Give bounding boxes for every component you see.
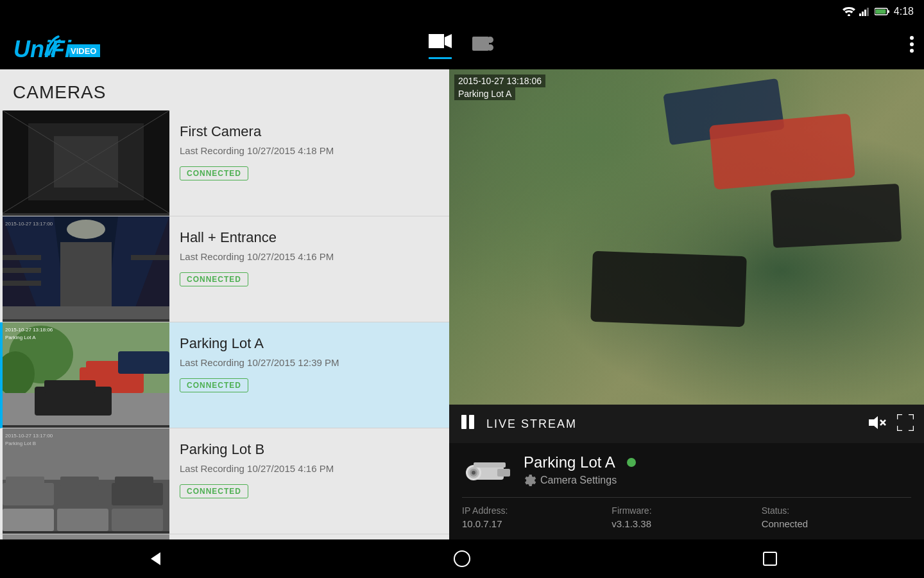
svg-rect-1: [859, 13, 861, 16]
camera-recording-first: Last Recording 10/27/2015 4:18 PM: [180, 145, 439, 156]
svg-rect-52: [112, 483, 163, 505]
online-indicator: [627, 458, 636, 467]
svg-text:2015-10-27 13:18:06: 2015-10-27 13:18:06: [5, 327, 53, 333]
svg-rect-43: [118, 351, 169, 374]
app-logo: UniFi VIDEO: [10, 30, 100, 62]
stat-status: Status: Connected: [762, 505, 911, 529]
recents-button[interactable]: [751, 539, 789, 578]
camera-info-parking-a: Parking Lot A Last Recording 10/27/2015 …: [169, 322, 449, 428]
svg-rect-6: [887, 10, 889, 13]
camera-recording-parking-b: Last Recording 10/27/2015 4:16 PM: [180, 463, 439, 474]
svg-rect-13: [472, 37, 489, 51]
video-camera-label: Parking Lot A: [454, 87, 515, 100]
svg-text:Parking Lot B: Parking Lot B: [5, 441, 36, 446]
back-icon: [144, 549, 164, 568]
connected-badge-hall: CONNECTED: [180, 272, 248, 286]
mute-icon: [869, 415, 887, 430]
camera-item-parking-a[interactable]: 2015-10-27 13:18:06 Parking Lot A Parkin…: [0, 322, 449, 428]
camera-detail-info: Parking Lot A Camera Settings: [524, 453, 636, 487]
svg-point-14: [487, 37, 493, 43]
car-black-2: [590, 251, 747, 327]
signal-icon: [859, 7, 871, 16]
svg-text:VIDEO: VIDEO: [71, 46, 96, 56]
svg-marker-66: [869, 416, 878, 429]
camera-recording-hall: Last Recording 10/27/2015 4:16 PM: [180, 251, 439, 262]
camera-item-hall[interactable]: 2015-10-27 13:17:00 Hall + Entrance Last…: [0, 216, 449, 322]
camera-item-savage[interactable]: 2015-10-27 13:17:00 Savage Land Savage L…: [0, 534, 449, 539]
back-button[interactable]: [135, 539, 173, 578]
firmware-label: Firmware:: [612, 505, 761, 516]
thumb-svg-parking-b: 2015-10-27 13:17:00 Parking Lot B: [3, 428, 169, 531]
firmware-value: v3.1.3.38: [612, 518, 761, 529]
fullscreen-icon: [897, 414, 914, 431]
stat-ip: IP Address: 10.0.7.17: [462, 505, 612, 529]
svg-rect-54: [3, 509, 54, 531]
svg-point-17: [910, 42, 914, 46]
camera-bullet-icon: [462, 456, 513, 485]
thumb-svg-parking-a: 2015-10-27 13:18:06 Parking Lot A: [3, 322, 169, 425]
camera-thumb-hall: 2015-10-27 13:17:00: [3, 216, 169, 322]
stat-firmware: Firmware: v3.1.3.38: [612, 505, 761, 529]
svg-rect-64: [461, 415, 466, 429]
video-timestamp: 2015-10-27 13:18:06: [454, 74, 545, 87]
svg-point-77: [454, 551, 470, 566]
ip-label: IP Address:: [462, 505, 612, 516]
svg-rect-55: [57, 509, 108, 531]
status-value: Connected: [762, 518, 911, 529]
tab-live[interactable]: [429, 34, 452, 59]
camera-item-parking-b[interactable]: 2015-10-27 13:17:00 Parking Lot B Parkin…: [0, 428, 449, 534]
camera-name-hall: Hall + Entrance: [180, 229, 439, 246]
svg-rect-50: [57, 483, 108, 505]
svg-marker-12: [445, 34, 452, 48]
connected-badge-parking-a: CONNECTED: [180, 378, 248, 392]
camera-detail-name: Parking Lot A: [524, 453, 615, 471]
connected-badge-first: CONNECTED: [180, 166, 248, 180]
car-red: [709, 114, 855, 190]
home-icon: [453, 550, 471, 568]
svg-rect-65: [469, 415, 474, 429]
svg-point-16: [910, 36, 914, 40]
live-video-feed[interactable]: 2015-10-27 13:18:06 Parking Lot A: [449, 69, 924, 405]
pause-icon: [459, 414, 476, 430]
camera-thumb-savage: 2015-10-27 13:17:00 Savage Land: [3, 534, 169, 539]
connected-badge-parking-b: CONNECTED: [180, 484, 248, 498]
svg-point-18: [910, 49, 914, 53]
svg-rect-2: [862, 12, 864, 16]
svg-text:2015-10-27 13:17:00: 2015-10-27 13:17:00: [5, 539, 53, 539]
svg-rect-49: [6, 477, 44, 486]
svg-point-0: [848, 14, 850, 16]
camera-info-hall: Hall + Entrance Last Recording 10/27/201…: [169, 216, 449, 322]
camera-thumb-first: [3, 110, 169, 216]
live-controls-bar: LIVE STREAM: [449, 405, 924, 443]
home-button[interactable]: [443, 539, 481, 578]
camera-item-first[interactable]: First Camera Last Recording 10/27/2015 4…: [0, 110, 449, 216]
svg-rect-56: [112, 509, 163, 531]
svg-rect-74: [497, 469, 510, 477]
more-button[interactable]: [910, 35, 914, 57]
camera-stats: IP Address: 10.0.7.17 Firmware: v3.1.3.3…: [462, 497, 911, 529]
svg-text:2015-10-27 13:17:00: 2015-10-27 13:17:00: [5, 433, 53, 439]
app-header: UniFi VIDEO: [0, 23, 924, 69]
mute-button[interactable]: [869, 415, 887, 434]
svg-point-73: [472, 471, 475, 475]
svg-rect-32: [131, 255, 169, 260]
thumb-svg-hall: 2015-10-27 13:17:00: [3, 216, 169, 319]
main-content: CAMERAS First Camera Last Recording: [0, 69, 924, 539]
battery-icon: [875, 7, 890, 16]
pause-button[interactable]: [459, 414, 476, 434]
svg-rect-51: [60, 477, 99, 486]
svg-rect-78: [764, 552, 776, 565]
svg-rect-3: [864, 10, 866, 16]
tab-recordings[interactable]: [472, 34, 495, 59]
thumb-svg-savage: 2015-10-27 13:17:00 Savage Land: [3, 534, 169, 539]
car-black-1: [771, 184, 902, 248]
svg-point-15: [487, 44, 493, 51]
svg-rect-29: [3, 255, 41, 260]
thumb-svg-first: [3, 110, 169, 213]
cameras-list[interactable]: First Camera Last Recording 10/27/2015 4…: [0, 110, 449, 539]
live-camera-icon: [429, 34, 452, 52]
status-icons: 4:18: [843, 6, 914, 17]
fullscreen-button[interactable]: [897, 414, 914, 434]
more-vertical-icon: [910, 35, 914, 53]
camera-settings-link[interactable]: Camera Settings: [524, 474, 636, 487]
